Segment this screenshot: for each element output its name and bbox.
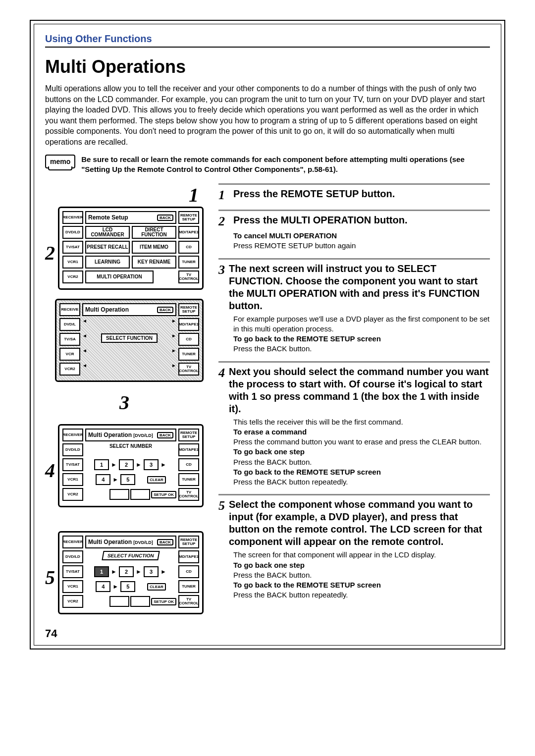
callout-number-2: 2 <box>45 241 55 265</box>
setup-ok-button: SETUP OK <box>151 491 176 498</box>
step-title: Next you should select the command numbe… <box>229 366 490 415</box>
callout-number-4: 4 <box>45 459 55 482</box>
page-outer-border: Using Other Functions Multi Operations M… <box>30 20 505 649</box>
side-btn: VCR2 <box>59 363 80 376</box>
side-btn: REMOTE SETUP <box>178 303 199 316</box>
side-btn: TV CONTROL <box>178 363 199 376</box>
triangle-right-icon: ► <box>171 333 176 346</box>
lcd-title-bar: Remote Setup BACK <box>85 211 176 224</box>
arrow-icon: ► <box>111 583 119 590</box>
side-btn: VCR1 <box>62 580 83 593</box>
back-chip: BACK <box>157 432 173 438</box>
side-btn: DVD/LD <box>62 443 83 456</box>
side-btn: REMOTE SETUP <box>178 429 199 441</box>
side-btn: TV/SA <box>59 333 80 346</box>
step-text: Press the BACK button. <box>233 457 490 467</box>
lcd-title-bar: Multi Operation [DVD/LD] BACK <box>85 536 176 548</box>
lcd-title: Multi Operation <box>85 306 129 313</box>
empty-box <box>130 489 150 500</box>
side-btn: VCR1 <box>62 256 83 269</box>
step-subheading: To go back to the REMOTE SETUP screen <box>233 580 490 590</box>
select-function-banner: SELECT FUNCTION <box>101 333 158 343</box>
step-text: Press the BACK button. <box>233 570 490 580</box>
side-btn: TUNER <box>178 256 199 269</box>
step-text: Press the BACK button. <box>233 344 490 354</box>
triangle-right-icon: ► <box>171 318 176 331</box>
step-text: Press the command button you want to era… <box>233 437 490 447</box>
triangle-left-icon: ◄ <box>82 363 87 376</box>
step-number: 5 <box>218 498 225 513</box>
side-btn: TV/SAT <box>62 458 83 471</box>
side-btn: TV/SAT <box>62 565 83 578</box>
arrow-icon: ► <box>135 461 143 468</box>
num-box-4: 4 <box>96 474 110 485</box>
two-column-layout: 1 2 RECEIVER Remote Setup BACK REMOTE SE… <box>45 183 490 640</box>
step-subheading: To go back one step <box>233 447 490 457</box>
step-text: The screen for that component will appea… <box>233 550 490 560</box>
side-btn: TV CONTROL <box>178 595 199 608</box>
step-number: 3 <box>218 263 225 277</box>
callout-number-1: 1 <box>189 184 199 206</box>
side-btn: CD <box>178 241 199 254</box>
triangle-left-icon: ◄ <box>82 318 87 331</box>
num-box-2: 2 <box>119 566 134 577</box>
lcd-button-lcd-commander: LCD COMMANDER <box>85 226 130 239</box>
triangle-left-icon: ◄ <box>82 348 87 361</box>
empty-box <box>109 596 129 607</box>
step-1: 1 Press the REMOTE SETUP button. <box>218 183 490 203</box>
arrow-icon: ► <box>110 461 118 468</box>
side-btn: TV CONTROL <box>178 488 199 501</box>
memo-badge: memo <box>45 155 75 168</box>
lcd-title-bar: Multi Operation [DVD/LD] BACK <box>85 429 176 441</box>
lcd-title-bar: Multi Operation BACK <box>82 303 176 316</box>
step-5: 5 Select the component whose command you… <box>218 494 490 600</box>
triangle-left-icon: ◄ <box>82 333 87 346</box>
step-title: Select the component whose command you w… <box>229 498 490 548</box>
step-text: For example purposes we'll use a DVD pla… <box>233 314 490 334</box>
side-btn: RECEIVE <box>59 303 80 316</box>
intro-paragraph: Multi operations allow you to tell the r… <box>45 83 490 148</box>
step-subheading: To go back to the REMOTE SETUP screen <box>233 467 490 477</box>
arrow-icon: ► <box>160 568 167 575</box>
step-subheading: To go back to the REMOTE SETUP screen <box>233 334 490 344</box>
side-btn: MD/TAPE1 <box>178 318 199 331</box>
step-subheading: To cancel MULTI OPERATION <box>233 231 490 241</box>
side-btn: DVD/LD <box>62 226 83 239</box>
num-box-5: 5 <box>120 581 135 592</box>
lcd-screen-select-function-2: RECEIVER Multi Operation [DVD/LD] BACK R… <box>58 531 204 614</box>
lcd-screen-multi-operation: RECEIVE Multi Operation BACK REMOTE SETU… <box>55 299 204 382</box>
arrow-icon: ► <box>110 568 118 575</box>
num-box-3: 3 <box>144 566 159 577</box>
side-btn: MD/TAPE1 <box>178 443 199 456</box>
side-btn: MD/TAPE1 <box>178 550 199 563</box>
step-text: Press the BACK button repeatedly. <box>233 477 490 487</box>
side-btn: TV CONTROL <box>178 270 199 283</box>
step-4: 4 Next you should select the command num… <box>218 361 490 487</box>
step-subheading: To erase a command <box>233 427 490 437</box>
side-btn: TUNER <box>178 473 199 486</box>
num-box-5: 5 <box>120 474 135 485</box>
section-header-text: Using Other Functions <box>45 33 152 44</box>
step-2: 2 Press the MULTI OPERATION button. To c… <box>218 210 490 251</box>
side-btn: TUNER <box>178 580 199 593</box>
section-header: Using Other Functions <box>45 33 490 48</box>
back-chip: BACK <box>157 215 173 221</box>
right-column: 1 Press the REMOTE SETUP button. 2 Press… <box>218 183 490 640</box>
empty-box <box>109 489 129 500</box>
lcd-button-key-rename: KEY RENAME <box>132 256 176 269</box>
arrow-icon: ► <box>111 476 119 483</box>
step-title: Press the REMOTE SETUP button. <box>233 188 395 200</box>
side-btn: DVD/L <box>59 318 80 331</box>
step-text: Press REMOTE SETUP button again <box>233 241 490 251</box>
side-btn: VCR2 <box>62 595 83 608</box>
side-btn: RECEIVER <box>62 536 83 548</box>
side-btn: VCR1 <box>62 473 83 486</box>
side-btn: VCR <box>59 348 80 361</box>
side-btn: RECEIVER <box>62 211 83 224</box>
triangle-right-icon: ► <box>171 363 176 376</box>
callout-number-3: 3 <box>119 391 129 414</box>
step-title: Press the MULTI OPERATION button. <box>233 214 407 226</box>
num-box-1: 1 <box>94 459 109 470</box>
lcd-button-direct-function: DIRECT FUNCTION <box>132 226 176 239</box>
page-title: Multi Operations <box>45 56 490 77</box>
